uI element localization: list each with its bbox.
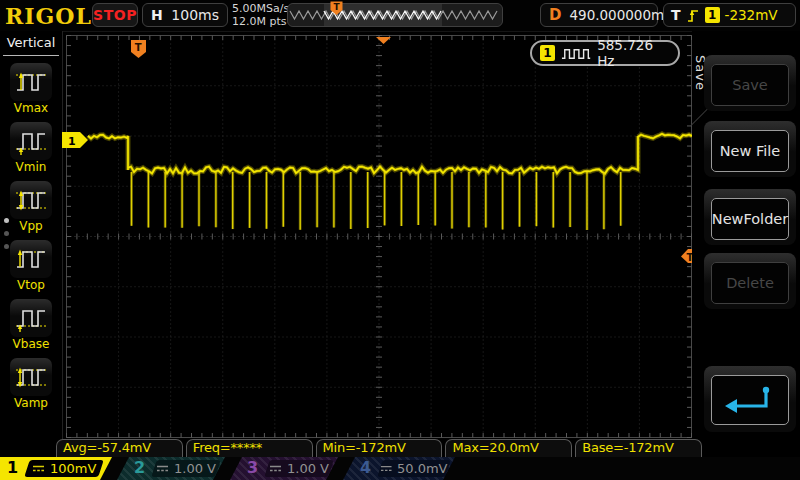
channel-number: 1 [7,458,18,477]
oscilloscope-screen: RIGOL STOP H 100ms 5.00MSa/s 12.0M pts T… [0,0,800,480]
dc-coupling-icon [380,464,392,473]
trigger-label: T [671,7,681,23]
dc-coupling-icon [32,464,45,473]
softkey-slot: Delete [704,253,796,309]
softkey-slot [704,366,796,432]
menu-item-vbase[interactable]: Vbase [0,299,62,351]
sample-rate: 5.00MSa/s [232,2,289,15]
menu-item-label: Vmin [0,160,62,174]
waveform-display: 1 T T [62,32,694,442]
delay-readout: D 490.000000ms [540,3,658,27]
svg-text:1: 1 [68,135,76,148]
top-status-bar: RIGOL STOP H 100ms 5.00MSa/s 12.0M pts T… [0,0,800,32]
measurement-base[interactable]: Base=-172mV [575,439,702,457]
menu-item-vmax[interactable]: Vmax [0,63,62,115]
channel-scale: 1.00 V [287,461,329,476]
timebase-value: 100ms [171,7,219,23]
delete-button[interactable]: Delete [711,262,789,304]
acquisition-info: 5.00MSa/s 12.0M pts [232,2,289,28]
sidebar-title: Vertical [3,35,59,56]
measure-sidebar: Vertical Vmax Vmin Vpp [0,31,63,458]
memory-depth: 12.0M pts [232,15,289,28]
menu-item-vmin[interactable]: Vmin [0,122,62,174]
softkey-slot: Save [704,55,796,111]
delay-label: D [549,6,561,24]
soft-menu-panel: Save Save New File NewFolder Delete [692,31,800,458]
menu-item-label: Vpp [0,219,62,233]
menu-item-vpp[interactable]: Vpp [0,181,62,233]
horizontal-timebase[interactable]: H 100ms [142,3,228,27]
trigger-level-value: -232mV [725,7,778,23]
delay-value: 490.000000ms [569,7,671,23]
channel-1-indicator[interactable]: 1 100mV [0,457,112,480]
vpp-icon [14,185,48,215]
freq-counter-value: 585.726 Hz [597,37,670,69]
menu-item-vamp[interactable]: Vamp [0,358,62,410]
rigol-logo: RIGOL [5,3,92,29]
softkey-slot: New File [704,121,796,177]
measurement-max[interactable]: Max=20.0mV [445,439,572,457]
channel-scale: 50.0mV [397,461,448,476]
measurement-min[interactable]: Min=-172mV [316,439,443,457]
vtop-icon [14,244,48,274]
menu-item-vtop[interactable]: Vtop [0,240,62,292]
overview-waveform [288,4,502,26]
measurement-avg[interactable]: Avg=-57.4mV [56,439,183,457]
channel-4-indicator[interactable]: 4 50.0mV [343,457,455,480]
channel-scale: 1.00 V [174,461,216,476]
back-button[interactable] [711,375,789,425]
overview-trigger-position-icon[interactable]: T [330,1,343,16]
vmin-icon [14,126,48,156]
new-file-button[interactable]: New File [711,130,789,172]
trigger-readout: T 1 -232mV [663,3,796,27]
channel-scale: 100mV [50,461,96,476]
channel-number: 2 [134,458,145,477]
horizontal-label: H [151,7,163,23]
new-folder-button[interactable]: NewFolder [711,198,789,240]
menu-item-label: Vmax [0,101,62,115]
channel-3-indicator[interactable]: 3 1.00 V [230,457,338,480]
frequency-counter: 1 585.726 Hz [530,40,680,66]
graticule [67,36,692,438]
channel-number: 3 [247,458,258,477]
measurement-bar: Avg=-57.4mV Freq=***** Min=-172mV Max=20… [56,439,702,457]
vbase-icon [14,303,48,333]
square-wave-icon [561,47,591,60]
menu-item-label: Vbase [0,337,62,351]
dc-coupling-icon [269,464,282,473]
trigger-source-badge: 1 [705,7,720,23]
vmax-icon [14,67,48,97]
measurement-freq[interactable]: Freq=***** [186,439,313,457]
return-arrow-icon [719,382,781,418]
softkey-slot: NewFolder [704,189,796,245]
menu-item-label: Vamp [0,396,62,410]
menu-page-indicator [4,218,9,257]
run-state-label: STOP [93,7,137,23]
dc-coupling-icon [156,464,169,473]
rising-edge-icon [686,6,700,24]
menu-item-label: Vtop [0,278,62,292]
save-button[interactable]: Save [711,64,789,106]
freq-counter-channel-badge: 1 [540,45,555,61]
run-stop-indicator[interactable]: STOP [92,3,138,27]
channel-status-bar: 1 100mV 2 1.00 V 3 [0,457,800,480]
channel-number: 4 [360,458,371,477]
svg-text:T: T [334,2,341,12]
channel-2-indicator[interactable]: 2 1.00 V [117,457,225,480]
svg-text:T: T [135,42,142,53]
waveform-overview-bar[interactable] [287,3,503,27]
vamp-icon [14,362,48,392]
